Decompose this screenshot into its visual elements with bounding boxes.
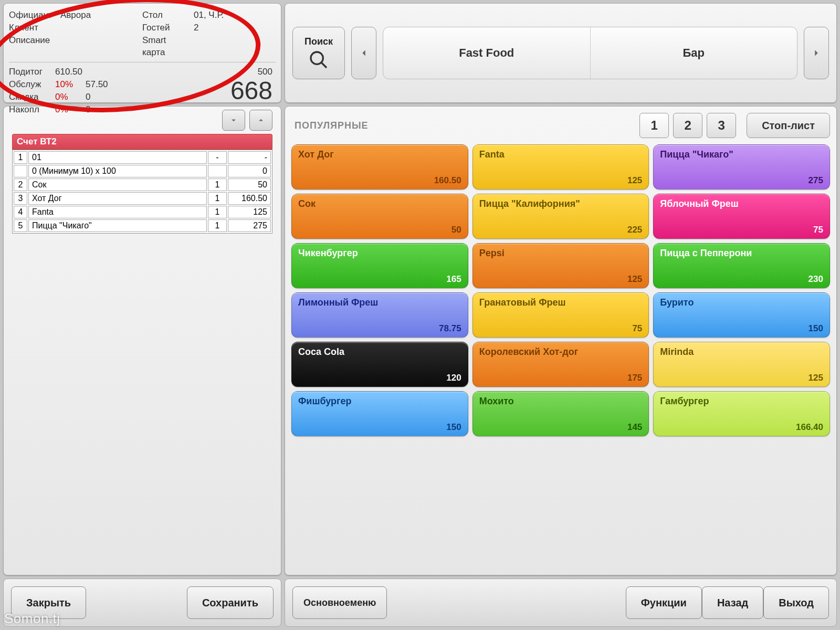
table-row[interactable]: 101-- bbox=[14, 151, 271, 164]
table-label: Стол bbox=[142, 9, 190, 22]
product-price: 125 bbox=[808, 373, 823, 383]
product-name: Mirinda bbox=[660, 346, 823, 358]
client-label: Клиент bbox=[9, 22, 56, 34]
search-icon bbox=[308, 49, 329, 70]
product-tile[interactable]: Гранатовый Фреш 75 bbox=[472, 292, 649, 338]
footer-right-panel: Основноеменю Функции Назад Выход bbox=[285, 579, 837, 627]
product-name: Гранатовый Фреш bbox=[479, 297, 643, 308]
product-price: 125 bbox=[627, 175, 642, 186]
product-tile[interactable]: Мохито 145 bbox=[472, 391, 649, 436]
order-header-panel: ОфициантАврора Клиент Описание Стол01, Ч… bbox=[3, 3, 281, 103]
chevron-right-icon bbox=[811, 47, 822, 59]
product-price: 145 bbox=[627, 422, 642, 433]
discount-pct: 0% bbox=[55, 91, 81, 103]
product-tile[interactable]: Mirinda 125 bbox=[653, 342, 830, 387]
accum-pct: 0% bbox=[55, 103, 81, 116]
product-name: Пицца с Пепперони bbox=[660, 248, 823, 259]
product-name: Фишбургер bbox=[298, 396, 461, 407]
product-name: Бурито bbox=[660, 297, 823, 308]
product-price: 165 bbox=[446, 274, 461, 285]
product-price: 50 bbox=[452, 225, 461, 235]
table-row[interactable]: 4Fanta1125 bbox=[14, 206, 271, 218]
product-name: Мохито bbox=[479, 396, 643, 407]
accum-value: 0 bbox=[86, 103, 90, 116]
back-button[interactable]: Назад bbox=[702, 586, 763, 619]
menu-group-fastfood[interactable]: Fast Food bbox=[383, 27, 591, 79]
product-name: Пицца "Чикаго" bbox=[660, 149, 823, 160]
guests-label: Гостей bbox=[142, 22, 190, 34]
page-2-button[interactable]: 2 bbox=[673, 113, 702, 138]
product-name: Чикенбургер bbox=[298, 248, 461, 259]
table-row[interactable]: 5Пицца "Чикаго"1275 bbox=[14, 219, 271, 232]
product-tile[interactable]: Fanta 125 bbox=[472, 144, 649, 190]
discount-value: 0 bbox=[86, 91, 90, 103]
page-1-button[interactable]: 1 bbox=[639, 113, 669, 138]
service-pct: 10% bbox=[55, 78, 81, 91]
discount-label: Скидка bbox=[9, 91, 51, 103]
functions-button[interactable]: Функции bbox=[626, 586, 702, 619]
subtotal-label: Подитог bbox=[9, 66, 51, 78]
product-price: 120 bbox=[446, 373, 461, 383]
exit-button[interactable]: Выход bbox=[763, 586, 829, 619]
product-tile[interactable]: Пицца "Чикаго" 275 bbox=[653, 144, 830, 190]
product-tile[interactable]: Пицца с Пепперони 230 bbox=[653, 243, 830, 288]
products-panel: ПОПУЛЯРНЫЕ 1 2 3 Стоп-лист Хот Дог 160.5… bbox=[285, 106, 837, 575]
menu-group-segment: Fast Food Бар bbox=[383, 27, 797, 79]
product-tile[interactable]: Pepsi 125 bbox=[472, 243, 649, 288]
bill-table: 101--0 (Минимум 10) x 10002Сок1503Хот До… bbox=[12, 150, 272, 234]
accum-label: Накопл bbox=[9, 103, 51, 116]
product-tile[interactable]: Coca Cola 120 bbox=[291, 342, 468, 387]
waiter-value: Аврора bbox=[60, 9, 91, 22]
bill-panel: Счет ВТ2 101--0 (Минимум 10) x 10002Сок1… bbox=[3, 106, 281, 575]
svg-line-1 bbox=[321, 62, 327, 68]
main-menu-button[interactable]: Основноеменю bbox=[292, 586, 387, 619]
product-tile[interactable]: Гамбургер 166.40 bbox=[653, 391, 830, 436]
product-tile[interactable]: Лимонный Фреш 78.75 bbox=[291, 292, 468, 338]
menu-group-panel: Поиск Fast Food Бар bbox=[285, 3, 837, 103]
product-name: Coca Cola bbox=[298, 346, 461, 358]
product-tile[interactable]: Хот Дог 160.50 bbox=[291, 144, 468, 190]
service-label: Обслуж bbox=[9, 78, 51, 91]
subtotal-value: 610.50 bbox=[55, 66, 82, 78]
product-tile[interactable]: Королевский Хот-дог 175 bbox=[472, 342, 649, 387]
product-price: 150 bbox=[446, 422, 461, 433]
product-tile[interactable]: Фишбургер 150 bbox=[291, 391, 468, 436]
menu-group-prev-button[interactable] bbox=[351, 27, 376, 79]
table-row[interactable]: 0 (Минимум 10) x 1000 bbox=[14, 165, 271, 177]
svg-point-0 bbox=[311, 52, 323, 64]
product-tile[interactable]: Сок 50 bbox=[291, 194, 468, 239]
save-button[interactable]: Сохранить bbox=[187, 586, 274, 619]
menu-group-bar[interactable]: Бар bbox=[591, 27, 797, 79]
product-name: Лимонный Фреш bbox=[298, 297, 461, 308]
grand-total: 668 bbox=[186, 78, 272, 103]
product-name: Пицца "Калифорния" bbox=[479, 198, 643, 209]
product-price: 78.75 bbox=[439, 323, 461, 334]
product-tile[interactable]: Чикенбургер 165 bbox=[291, 243, 468, 288]
product-tile[interactable]: Яблочный Фреш 75 bbox=[653, 194, 830, 239]
menu-group-next-button[interactable] bbox=[804, 27, 829, 79]
description-label: Описание bbox=[9, 34, 56, 47]
bill-title: Счет ВТ2 bbox=[12, 134, 272, 150]
page-3-button[interactable]: 3 bbox=[707, 113, 736, 138]
waiter-label: Официант bbox=[9, 9, 56, 22]
chevron-left-icon bbox=[358, 47, 370, 59]
stoplist-button[interactable]: Стоп-лист bbox=[747, 113, 830, 138]
product-name: Королевский Хот-дог bbox=[479, 346, 643, 358]
product-price: 230 bbox=[808, 274, 823, 285]
product-name: Хот Дог bbox=[298, 149, 461, 160]
product-tile[interactable]: Пицца "Калифорния" 225 bbox=[472, 194, 649, 239]
product-price: 75 bbox=[813, 225, 823, 235]
watermark: Somon.tj bbox=[4, 611, 60, 627]
product-tile[interactable]: Бурито 150 bbox=[653, 292, 830, 338]
product-name: Сок bbox=[298, 198, 461, 209]
product-price: 166.40 bbox=[796, 422, 823, 433]
product-price: 275 bbox=[808, 175, 823, 186]
table-row[interactable]: 3Хот Дог1160.50 bbox=[14, 192, 271, 205]
search-button[interactable]: Поиск bbox=[292, 27, 345, 79]
service-value: 57.50 bbox=[86, 78, 108, 91]
table-row[interactable]: 2Сок150 bbox=[14, 178, 271, 191]
chevron-down-icon bbox=[229, 116, 238, 125]
smartcard-label: Smart карта bbox=[142, 34, 190, 59]
product-price: 150 bbox=[808, 323, 823, 334]
product-name: Яблочный Фреш bbox=[660, 198, 823, 209]
